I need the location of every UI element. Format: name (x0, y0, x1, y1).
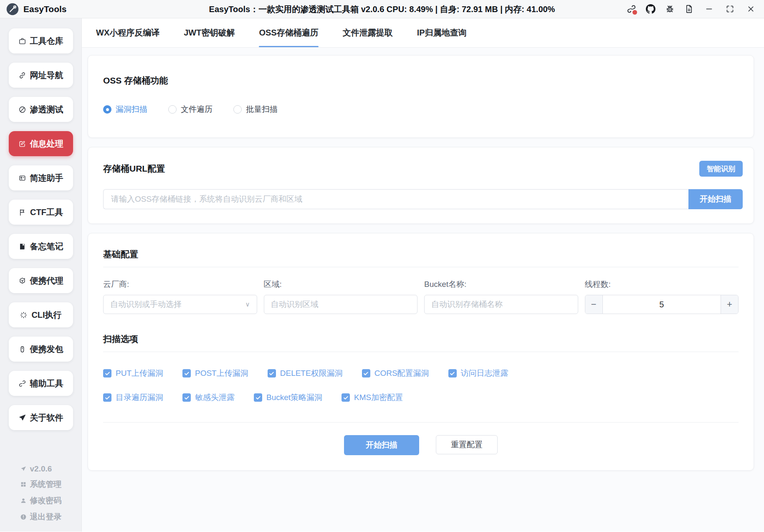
smart-detect-button[interactable]: 智能识别 (699, 161, 743, 177)
reset-config-button[interactable]: 重置配置 (436, 435, 498, 454)
radio-file-traversal[interactable]: 文件遍历 (168, 104, 213, 115)
checkbox-checked-icon (103, 369, 111, 377)
radio-vuln-scan[interactable]: 漏洞扫描 (103, 104, 147, 115)
checkbox-label: Bucket策略漏洞 (266, 392, 322, 403)
decrement-button[interactable]: − (585, 295, 603, 314)
logout-link[interactable]: 退出登录 (20, 512, 62, 522)
region-input[interactable] (264, 295, 418, 314)
tab-ip-lookup[interactable]: IP归属地查询 (417, 18, 467, 47)
scan-options-row-1: PUT上传漏洞 POST上传漏洞 DELETE权限漏洞 CORS配置漏洞 (103, 368, 739, 379)
basic-config-fields: 云厂商: 自动识别或手动选择 ∨ 区域: Bucket名称: (103, 279, 739, 314)
oss-function-title: OSS 存储桶功能 (103, 75, 739, 86)
close-button[interactable] (741, 2, 760, 17)
divider (103, 352, 739, 352)
tab-jwt-crack[interactable]: JWT密钥破解 (184, 18, 235, 47)
divider (103, 267, 739, 267)
github-icon[interactable] (642, 2, 659, 17)
sidebar-item-label: 简连助手 (30, 172, 63, 184)
app-name: EasyTools (23, 4, 66, 14)
bug-icon[interactable] (661, 2, 678, 17)
sidebar-item-label: 备忘笔记 (30, 241, 63, 252)
sidebar-item-packet-sender[interactable]: 便携发包 (9, 337, 73, 362)
notebook-icon (18, 243, 26, 251)
divider (103, 422, 739, 423)
checkbox-dir-traversal[interactable]: 目录遍历漏洞 (103, 392, 163, 403)
increment-button[interactable]: + (721, 295, 738, 314)
field-thread-count: 线程数: − 5 + (585, 279, 739, 314)
bucket-name-input[interactable] (424, 295, 578, 314)
sidebar-item-pentest[interactable]: 渗透测试 (9, 97, 73, 122)
checkbox-checked-icon (103, 393, 111, 402)
basic-config-title: 基础配置 (103, 248, 739, 260)
field-cloud-vendor: 云厂商: 自动识别或手动选择 ∨ (103, 279, 257, 314)
app-logo-icon (6, 3, 19, 16)
sidebar-item-aux-tools[interactable]: 辅助工具 (9, 371, 73, 396)
cloud-vendor-select[interactable]: 自动识别或手动选择 ∨ (103, 295, 257, 314)
system-management-link[interactable]: 系统管理 (20, 479, 62, 490)
checkbox-label: 目录遍历漏洞 (116, 392, 163, 403)
sidebar-item-about[interactable]: 关于软件 (9, 405, 73, 430)
checkbox-bucket-policy[interactable]: Bucket策略漏洞 (254, 392, 322, 403)
tab-wx-decompile[interactable]: WX小程序反编译 (96, 18, 159, 47)
action-buttons: 开始扫描 重置配置 (103, 435, 739, 455)
select-placeholder: 自动识别或手动选择 (110, 299, 182, 310)
field-bucket-name: Bucket名称: (424, 279, 578, 314)
card-icon (18, 174, 26, 182)
tab-panel-oss: OSS 存储桶功能 漏洞扫描 文件遍历 批量扫描 (82, 48, 764, 480)
edit-square-icon (18, 140, 26, 148)
change-password-link[interactable]: 修改密码 (20, 495, 62, 506)
main-content: WX小程序反编译 JWT密钥破解 OSS存储桶遍历 文件泄露提取 IP归属地查询… (82, 18, 764, 532)
field-label: 云厂商: (103, 279, 257, 290)
checkbox-checked-icon (362, 369, 370, 377)
checkbox-label: CORS配置漏洞 (374, 368, 429, 379)
grid-icon (20, 481, 27, 488)
checkbox-access-log[interactable]: 访问日志泄露 (448, 368, 508, 379)
checkbox-label: POST上传漏洞 (195, 368, 248, 379)
radio-batch-scan[interactable]: 批量扫描 (233, 104, 278, 115)
checkbox-delete-perm[interactable]: DELETE权限漏洞 (268, 368, 343, 379)
url-config-title: 存储桶URL配置 (103, 163, 165, 175)
chain-update-icon[interactable] (623, 2, 640, 17)
paper-plane-icon (18, 414, 26, 422)
tab-oss-bucket[interactable]: OSS存储桶遍历 (259, 18, 318, 47)
sidebar-item-cli-exec[interactable]: CLI执行 (9, 302, 73, 327)
version-info: v2.0.6 (20, 464, 52, 474)
radio-label: 漏洞扫描 (116, 104, 147, 115)
sidebar-item-tool-warehouse[interactable]: 工具仓库 (9, 28, 73, 53)
sidebar-item-connect-helper[interactable]: 简连助手 (9, 165, 73, 190)
url-start-scan-button[interactable]: 开始扫描 (688, 189, 743, 209)
document-icon[interactable] (681, 2, 697, 17)
link-icon (18, 71, 26, 79)
minimize-button[interactable] (700, 2, 718, 17)
briefcase-icon (18, 37, 26, 45)
checkbox-kms-encrypt[interactable]: KMS加密配置 (342, 392, 403, 403)
logout-label: 退出登录 (30, 512, 62, 522)
sidebar-item-ctf-tools[interactable]: CTF工具 (9, 200, 73, 225)
sidebar-item-url-nav[interactable]: 网址导航 (9, 63, 73, 88)
sidebar-item-label: 关于软件 (30, 412, 63, 423)
tab-file-leak[interactable]: 文件泄露提取 (343, 18, 393, 47)
oss-function-card: OSS 存储桶功能 漏洞扫描 文件遍历 批量扫描 (88, 55, 754, 138)
radio-icon (233, 105, 242, 114)
checkbox-cors-config[interactable]: CORS配置漏洞 (362, 368, 429, 379)
checkbox-post-upload[interactable]: POST上传漏洞 (182, 368, 248, 379)
checkbox-label: 访问日志泄露 (461, 368, 508, 379)
sidebar-item-info-processing[interactable]: 信息处理 (9, 131, 73, 156)
thread-count-value[interactable]: 5 (603, 295, 721, 314)
sidebar-item-label: 网址导航 (30, 70, 63, 81)
basic-config-card: 基础配置 云厂商: 自动识别或手动选择 ∨ 区域: (88, 233, 754, 471)
field-label: Bucket名称: (424, 279, 578, 290)
sidebar: 工具仓库 网址导航 渗透测试 信息处理 简连助手 CTF工具 备忘笔记 便携代 (0, 18, 82, 532)
radio-icon (168, 105, 177, 114)
sidebar-item-memo-notes[interactable]: 备忘笔记 (9, 234, 73, 259)
checkbox-put-upload[interactable]: PUT上传漏洞 (103, 368, 163, 379)
start-scan-button[interactable]: 开始扫描 (344, 435, 419, 455)
bucket-url-input[interactable] (103, 189, 688, 209)
url-config-card: 存储桶URL配置 智能识别 开始扫描 (88, 147, 754, 224)
field-label: 线程数: (585, 279, 739, 290)
system-management-label: 系统管理 (30, 479, 62, 490)
maximize-button[interactable] (721, 2, 739, 17)
checkbox-sensitive-header[interactable]: 敏感头泄露 (182, 392, 235, 403)
radio-label: 文件遍历 (181, 104, 213, 115)
sidebar-item-portable-proxy[interactable]: 便携代理 (9, 268, 73, 293)
